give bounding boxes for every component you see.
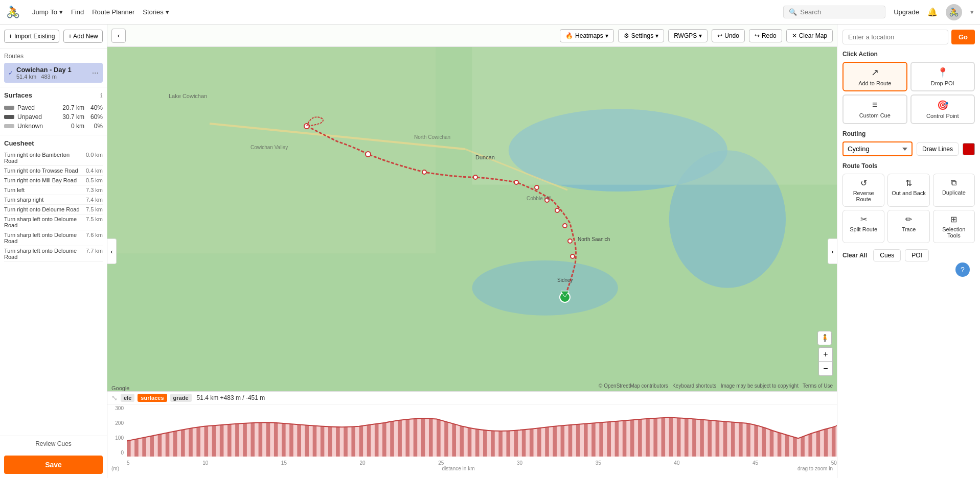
chevron-down-icon: ▾ (655, 32, 658, 39)
cue-item: Turn right onto Bamberton Road 0.0 km (4, 150, 103, 166)
split-route-button[interactable]: ✂ Split Route (842, 210, 884, 243)
out-back-icon: ⇅ (905, 178, 912, 188)
x-tick: 30 (517, 460, 522, 466)
route-icon: ↗ (871, 67, 879, 78)
search-bar[interactable]: 🔍 (783, 6, 885, 18)
ele-badge[interactable]: ele (121, 394, 134, 402)
info-icon[interactable]: ℹ (100, 92, 103, 99)
elevation-toolbar: ⤡ ele surfaces grade 51.4 km +483 m / -4… (107, 392, 837, 404)
routing-label: Routing (842, 130, 975, 137)
nav-route-planner[interactable]: Route Planner (92, 8, 134, 16)
grade-badge[interactable]: grade (170, 394, 192, 402)
out-and-back-button[interactable]: ⇅ Out and Back (887, 174, 929, 207)
cue-icon: ≡ (872, 100, 878, 110)
redo-icon: ↪ (755, 32, 760, 39)
zoom-out-button[interactable]: − (818, 362, 833, 376)
svg-text:Cobble Hill: Cobble Hill (527, 196, 551, 201)
routing-row: Cycling Draw Lines (842, 141, 975, 156)
street-view-icon[interactable]: 🧍 (817, 331, 832, 345)
search-icon: 🔍 (789, 8, 797, 16)
clear-all-row: Clear All Cues POI (842, 249, 975, 261)
drop-poi-button[interactable]: 📍 Drop POI (910, 62, 975, 91)
control-icon: 🎯 (937, 100, 948, 111)
surfaces-badge[interactable]: surfaces (138, 394, 167, 402)
x-tick: 10 (202, 460, 208, 466)
cue-item: Turn right onto Mill Bay Road 0.5 km (4, 176, 103, 185)
x-tick: 40 (674, 460, 679, 466)
route-list-item[interactable]: ✓ Cowichan - Day 1 51.4 km 483 m ··· (4, 63, 103, 83)
add-to-route-button[interactable]: ↗ Add to Route (842, 62, 907, 91)
reverse-route-button[interactable]: ↺ Reverse Route (842, 174, 884, 207)
zoom-in-button[interactable]: + (818, 347, 833, 362)
cue-item: Turn sharp left onto Deloume Road 7.5 km (4, 214, 103, 230)
clear-cues-button[interactable]: Cues (873, 249, 901, 261)
x-tick: 5 (127, 460, 130, 466)
routing-dropdown[interactable]: Cycling (842, 141, 913, 156)
clear-poi-button[interactable]: POI (905, 249, 929, 261)
undo-button[interactable]: ↩ Undo (712, 29, 745, 42)
settings-icon: ⚙ (624, 32, 629, 39)
selection-tools-button[interactable]: ⊞ Selection Tools (933, 210, 975, 243)
go-button[interactable]: Go (951, 30, 975, 44)
collapse-sidebar-button[interactable]: ‹ (111, 29, 126, 43)
route-more-icon[interactable]: ··· (92, 68, 99, 78)
nav-find[interactable]: Find (71, 8, 84, 16)
map-view[interactable]: Lake Cowichan Cowichan Valley North Cowi… (107, 47, 837, 391)
top-navigation: 🚴 Jump To ▾ Find Route Planner Stories ▾… (0, 0, 980, 25)
upgrade-link[interactable]: Upgrade (894, 8, 919, 16)
duplicate-button[interactable]: ⧉ Duplicate (933, 174, 975, 207)
location-bar: Go (842, 30, 975, 44)
nav-jump-to[interactable]: Jump To ▾ (32, 8, 63, 16)
settings-dropdown[interactable]: ⚙ Settings ▾ (618, 29, 664, 42)
import-existing-button[interactable]: + Import Existing (4, 30, 59, 43)
cue-item: Turn sharp left onto Deloume Road 7.7 km (4, 246, 103, 262)
surfaces-title: Surfaces (4, 91, 32, 99)
svg-point-12 (514, 180, 518, 184)
cue-item: Turn right onto Trowsse Road 0.4 km (4, 166, 103, 176)
axis-units: (m) distance in km drag to zoom in (107, 466, 837, 472)
user-avatar[interactable]: 🚴 (946, 4, 962, 20)
trace-button[interactable]: ✏ Trace (887, 210, 929, 243)
map-container[interactable]: ‹ 🔥 Heatmaps ▾ ⚙ Settings ▾ RWGPS ▾ ↩ Un… (107, 25, 837, 478)
chevron-down-icon: ▾ (59, 8, 63, 16)
location-input[interactable] (842, 30, 948, 44)
review-cues-button[interactable]: Review Cues (0, 436, 107, 451)
control-point-button[interactable]: 🎯 Control Point (910, 94, 975, 124)
nav-stories[interactable]: Stories ▾ (143, 8, 169, 16)
route-name: Cowichan - Day 1 (16, 66, 72, 74)
chevron-down-icon[interactable]: ▾ (970, 8, 974, 16)
surface-row-paved: Paved 20.7 km 40% (4, 103, 103, 112)
app-logo[interactable]: 🚴 (6, 6, 20, 19)
draw-lines-button[interactable]: Draw Lines (917, 142, 959, 156)
rwgps-dropdown[interactable]: RWGPS ▾ (668, 29, 708, 42)
save-button[interactable]: Save (4, 456, 103, 474)
selection-icon: ⊞ (950, 214, 957, 224)
x-tick: 25 (438, 460, 444, 466)
x-tick: 45 (753, 460, 758, 466)
heatmaps-dropdown[interactable]: 🔥 Heatmaps ▾ (560, 29, 614, 42)
redo-button[interactable]: ↪ Redo (749, 29, 782, 42)
left-sidebar: + Import Existing + Add New Routes ✓ Cow… (0, 25, 107, 478)
custom-cue-button[interactable]: ≡ Custom Cue (842, 94, 907, 124)
x-tick: 15 (281, 460, 287, 466)
search-input[interactable] (800, 8, 872, 16)
click-action-grid: ↗ Add to Route 📍 Drop POI ≡ Custom Cue 🎯… (842, 62, 975, 124)
route-color-swatch[interactable] (963, 143, 975, 155)
main-layout: + Import Existing + Add New Routes ✓ Cow… (0, 25, 980, 478)
routes-label: Routes (4, 53, 103, 60)
elevation-zoom-icon: ⤡ (111, 394, 118, 402)
notification-bell-icon[interactable]: 🔔 (927, 7, 938, 17)
route-stats: 51.4 km 483 m (16, 74, 72, 80)
help-button[interactable]: ? (955, 262, 970, 277)
surface-row-unpaved: Unpaved 30.7 km 60% (4, 112, 103, 122)
svg-point-18 (571, 254, 575, 258)
elevation-profile: 300 200 100 0 (107, 404, 837, 466)
poi-icon: 📍 (937, 67, 948, 78)
collapse-right-panel[interactable]: › (828, 238, 837, 264)
collapse-left-panel[interactable]: ‹ (107, 238, 117, 264)
clear-map-button[interactable]: ✕ Clear Map (786, 29, 833, 42)
surfaces-section: Surfaces ℹ Paved 20.7 km 40% Unpaved 30.… (0, 87, 107, 135)
unpaved-bar (4, 115, 14, 119)
add-new-button[interactable]: + Add New (63, 30, 102, 43)
google-attribution: Google (111, 385, 129, 391)
